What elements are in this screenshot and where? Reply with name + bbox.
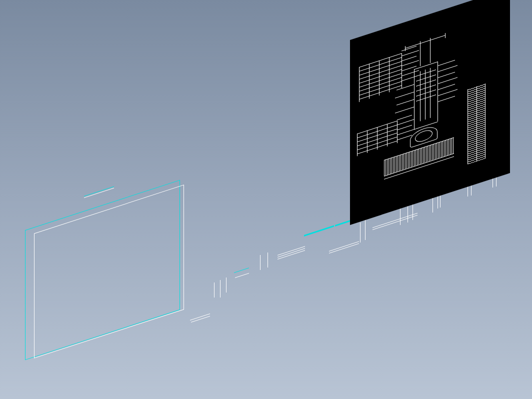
blueprint-panel bbox=[350, 0, 510, 225]
secondary-grid bbox=[350, 0, 510, 40]
frame-edge-white bbox=[84, 188, 114, 198]
tick-v bbox=[360, 222, 360, 242]
tick-cyan-thick bbox=[304, 226, 334, 236]
cad-3d-viewport[interactable] bbox=[0, 0, 532, 399]
tick-line bbox=[278, 250, 305, 260]
tick-v bbox=[365, 220, 366, 240]
tick-v bbox=[220, 280, 220, 298]
tick-line bbox=[372, 215, 418, 230]
tick-line bbox=[329, 244, 359, 254]
tick-v bbox=[260, 255, 260, 270]
tick-v bbox=[268, 252, 268, 268]
tick-line bbox=[235, 273, 249, 278]
tick-line bbox=[278, 248, 305, 258]
tick-v bbox=[226, 278, 226, 292]
frame-edge-cyan bbox=[84, 186, 114, 196]
tick-v bbox=[214, 282, 214, 298]
tick-line bbox=[329, 242, 359, 252]
right-table-strip bbox=[350, 0, 510, 40]
main-view-wireframe bbox=[350, 0, 510, 40]
drawing-frame-white bbox=[34, 184, 184, 358]
title-block-grid bbox=[350, 0, 510, 40]
tick-cyan bbox=[234, 268, 249, 273]
